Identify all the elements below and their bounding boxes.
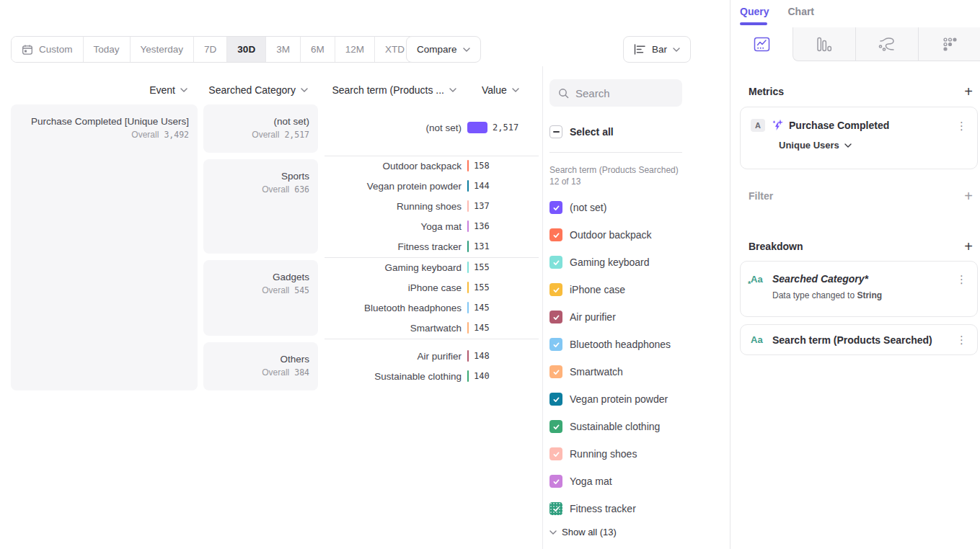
kebab-menu-icon[interactable]: ⋮ (956, 334, 967, 345)
filter-item-label: Outdoor backpack (570, 229, 652, 241)
search-term-label: Gaming keyboard (325, 262, 462, 273)
event-card[interactable]: Purchase Completed [Unique Users] Overal… (11, 104, 198, 390)
table-row[interactable]: Fitness tracker131 (325, 236, 539, 256)
retention-icon (943, 37, 958, 52)
report-type-tabs (730, 27, 980, 61)
category-name: Sports (209, 170, 309, 182)
overall-label: Overall (262, 184, 289, 195)
checkbox[interactable] (549, 311, 562, 323)
overall-label: Overall (262, 367, 289, 378)
filter-item[interactable]: (not set) (549, 194, 723, 221)
date-range-yesterday[interactable]: Yesterday (131, 37, 195, 62)
filter-item[interactable]: Gaming keyboard (549, 249, 723, 276)
column-header-event[interactable]: Event (11, 84, 187, 96)
overall-label: Overall (252, 130, 279, 140)
checkbox[interactable] (549, 365, 562, 378)
column-header-searched-category[interactable]: Searched Category (203, 84, 308, 96)
category-card[interactable]: (not set)Overall2,517 (203, 104, 318, 153)
breakdown-card-search-term[interactable]: Aa Search term (Products Searched) ⋮ (740, 324, 978, 355)
filter-item[interactable]: Air purifier (549, 303, 723, 331)
checkbox[interactable] (549, 475, 562, 488)
tab-chart[interactable]: Chart (787, 6, 814, 17)
checkbox[interactable] (549, 420, 562, 433)
group-divider (325, 156, 539, 156)
filter-item[interactable]: Yoga mat (549, 468, 723, 495)
measure-dropdown[interactable]: Unique Users (741, 140, 977, 151)
filter-item[interactable]: Sustainable clothing (549, 413, 723, 440)
filter-item-label: Gaming keyboard (570, 256, 650, 268)
chart-type-dropdown[interactable]: Bar (623, 36, 691, 63)
table-row[interactable]: Air purifier148 (325, 346, 539, 366)
value-bar (467, 220, 469, 232)
filter-item[interactable]: Bluetooth headphones (549, 331, 723, 358)
value-bar (467, 241, 469, 252)
date-range-label: Custom (39, 44, 73, 55)
category-name: Gadgets (209, 271, 309, 283)
string-property-icon: Aa (751, 334, 767, 345)
category-card[interactable]: GadgetsOverall545 (203, 260, 318, 336)
table-row[interactable]: Yoga mat136 (325, 216, 539, 236)
filter-item-label: iPhone case (570, 284, 625, 295)
kebab-menu-icon[interactable]: ⋮ (956, 120, 967, 131)
select-all-checkbox[interactable]: Select all (549, 125, 614, 138)
checkbox[interactable] (549, 502, 562, 515)
table-row[interactable]: Sustainable clothing140 (325, 366, 539, 386)
table-row[interactable]: Running shoes137 (325, 196, 539, 216)
table-row[interactable]: Bluetooth headphones145 (325, 298, 539, 318)
add-filter-button[interactable]: + (961, 189, 976, 203)
tab-query[interactable]: Query (740, 6, 769, 17)
search-placeholder: Search (575, 87, 610, 99)
date-range-custom[interactable]: Custom (12, 37, 84, 62)
value-number: 145 (474, 303, 490, 313)
table-row[interactable]: iPhone case155 (325, 277, 539, 298)
show-all-link[interactable]: Show all (13) (549, 527, 617, 537)
table-row[interactable]: Vegan protein powder144 (325, 176, 539, 196)
date-range-today[interactable]: Today (84, 37, 131, 62)
filter-item[interactable]: Running shoes (549, 440, 723, 468)
report-tab-insights[interactable] (730, 27, 793, 61)
add-metric-button[interactable]: + (961, 84, 976, 99)
report-tab-flows[interactable] (855, 27, 918, 61)
checkbox[interactable] (549, 447, 562, 460)
add-breakdown-button[interactable]: + (961, 239, 976, 254)
bar-chart-icon (634, 44, 646, 55)
value-number: 131 (474, 241, 490, 251)
filter-item[interactable]: Smartwatch (549, 358, 723, 385)
indeterminate-checkbox-icon[interactable] (549, 125, 562, 138)
report-tab-funnels[interactable] (793, 27, 855, 61)
checkbox[interactable] (549, 283, 562, 296)
checkbox[interactable] (549, 256, 562, 269)
table-row[interactable]: Outdoor backpack158 (325, 156, 539, 176)
filter-item[interactable]: iPhone case (549, 276, 723, 303)
checkbox[interactable] (549, 228, 562, 241)
table-row[interactable]: Gaming keyboard155 (325, 257, 539, 277)
checkbox[interactable] (549, 338, 562, 351)
table-row[interactable]: Smartwatch145 (325, 318, 539, 338)
date-range-30d[interactable]: 30D (227, 37, 266, 62)
report-tab-retention[interactable] (918, 27, 980, 61)
table-row[interactable]: (not set)2,517 (325, 117, 539, 138)
category-card[interactable]: SportsOverall636 (203, 159, 318, 254)
search-input[interactable]: Search (549, 79, 682, 107)
search-term-label: Smartwatch (325, 323, 462, 334)
date-range-label: 30D (237, 44, 255, 55)
search-term-label: Air purifier (325, 351, 462, 362)
date-range-3m[interactable]: 3M (266, 37, 301, 62)
checkbox[interactable] (549, 393, 562, 406)
breakdown-name: Searched Category* (772, 273, 868, 285)
category-card[interactable]: OthersOverall384 (203, 342, 318, 390)
search-term-label: Outdoor backpack (325, 161, 462, 171)
overall-label: Overall (262, 285, 289, 295)
kebab-menu-icon[interactable]: ⋮ (956, 274, 967, 285)
breakdown-heading: Breakdown (749, 241, 803, 252)
panel-divider (542, 66, 543, 549)
filter-item[interactable]: Outdoor backpack (549, 221, 723, 249)
metric-card[interactable]: A Purchase Completed ⋮ Unique Users (740, 107, 978, 169)
show-all-label: Show all (13) (562, 527, 617, 537)
filter-item[interactable]: Vegan protein powder (549, 385, 723, 413)
chart-type-label: Bar (652, 44, 667, 55)
breakdown-card-searched-category[interactable]: Aa* Searched Category* ⋮ Data type chang… (740, 261, 978, 317)
date-range-7d[interactable]: 7D (194, 37, 227, 62)
filter-item[interactable]: Fitness tracker (549, 495, 723, 522)
checkbox[interactable] (549, 201, 562, 214)
